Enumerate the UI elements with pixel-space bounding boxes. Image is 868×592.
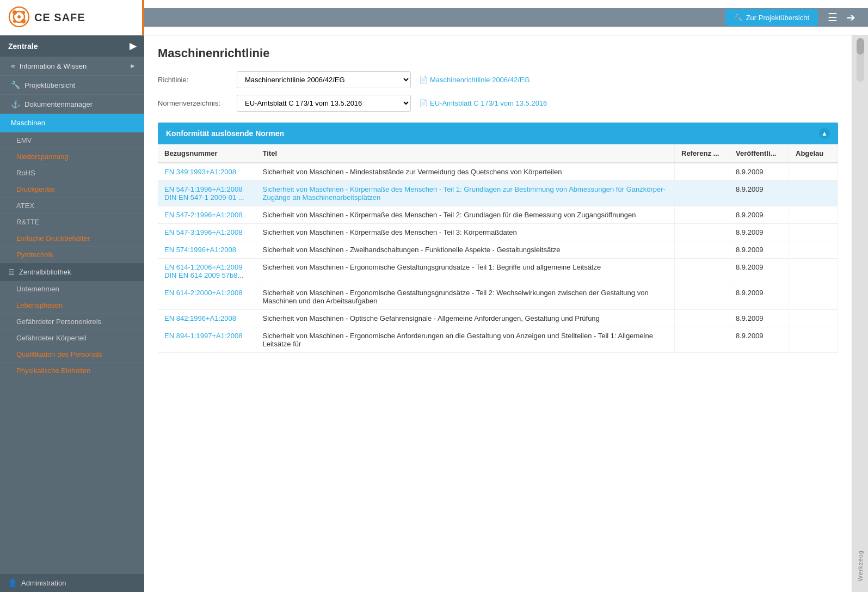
- table-row[interactable]: EN 842:1996+A1:2008Sicherheit von Maschi…: [158, 310, 838, 327]
- table-row[interactable]: EN 547-3:1996+A1:2008Sicherheit von Masc…: [158, 224, 838, 241]
- cell-abgelau: [789, 284, 838, 310]
- logo-text: CE SAFE: [34, 11, 85, 24]
- user-icon: 👤: [8, 579, 17, 587]
- sidebar-subitem-gefaehrdeter-personenkreis[interactable]: Gefährdeter Personenkreis: [0, 314, 144, 330]
- table-row[interactable]: EN 614-1:2006+A1:2009DIN EN 614 2009 57b…: [158, 259, 838, 284]
- table-row[interactable]: EN 894-1:1997+A1:2008Sicherheit von Masc…: [158, 327, 838, 353]
- cell-abgelau: [789, 181, 838, 206]
- sidebar-subitem-lebensphasen[interactable]: Lebensphasen: [0, 297, 144, 314]
- cell-veroff: 8.9.2009: [729, 224, 789, 241]
- bezug-link-2[interactable]: DIN EN 547-1 2009-01 ...: [164, 193, 249, 202]
- bezug-link-2[interactable]: DIN EN 614 2009 57b8...: [164, 271, 249, 279]
- sidebar-subitem-atex[interactable]: ATEX: [0, 198, 144, 214]
- sidebar-subitem-druckgeraete[interactable]: Druckgeräte: [0, 181, 144, 198]
- sidebar-subitem-emv[interactable]: EMV: [0, 132, 144, 149]
- table-row[interactable]: EN 614-2:2000+A1:2008Sicherheit von Masc…: [158, 284, 838, 310]
- scrollbar-track[interactable]: [857, 38, 864, 82]
- cell-veroff: 8.9.2009: [729, 310, 789, 327]
- logo-area: CE SAFE: [0, 0, 144, 35]
- sidebar-subitem-rohs[interactable]: RoHS: [0, 165, 144, 181]
- cell-abgelau: [789, 259, 838, 284]
- sidebar-subitem-pyrotechnik[interactable]: Pyrotechnik: [0, 247, 144, 263]
- richtlinie-link[interactable]: 📄 Maschinenrichtlinie 2006/42/EG: [419, 76, 530, 84]
- header-right: 🔧 Zur Projektübersicht ☰ ➔: [144, 8, 868, 27]
- wrench-icon: 🔧: [734, 14, 743, 22]
- sidebar-subitem-qualifikation[interactable]: Qualifikation des Personals: [0, 346, 144, 363]
- cell-veroff: 8.9.2009: [729, 163, 789, 181]
- sidebar-subitem-einfache-druckbehaelter[interactable]: Einfache Druckbehälter: [0, 230, 144, 247]
- document-icon: 📄: [419, 76, 428, 84]
- cell-bezug: EN 614-2:2000+A1:2008: [158, 284, 256, 310]
- cell-bezug: EN 842:1996+A1:2008: [158, 310, 256, 327]
- normenverzeichnis-link[interactable]: 📄 EU-Amtsblatt C 173/1 vom 13.5.2016: [419, 99, 547, 107]
- cell-abgelau: [789, 163, 838, 181]
- wrench-icon-sidebar: 🔧: [11, 81, 20, 89]
- sidebar-administration-header[interactable]: 👤 Administration: [0, 574, 144, 592]
- sidebar-item-information-wissen[interactable]: ≈ Information & Wissen ►: [0, 57, 144, 76]
- sidebar-item-projektuebersicht[interactable]: 🔧 Projektübersicht: [0, 76, 144, 95]
- cell-titel: Sicherheit von Maschinen - Ergonomische …: [256, 259, 675, 284]
- sidebar-subitem-physikalische-einheiten[interactable]: Physikalische Einheiten: [0, 363, 144, 379]
- col-header-titel: Titel: [256, 144, 675, 163]
- menu-button[interactable]: ☰: [823, 8, 842, 27]
- konformitaet-section-header: Konformität auslösende Normen ▲: [158, 123, 838, 144]
- cell-titel: Sicherheit von Maschinen - Körpermaße de…: [256, 181, 675, 206]
- sidebar: Zentrale ▶ ≈ Information & Wissen ► 🔧 Pr…: [0, 35, 144, 592]
- rss-icon: ≈: [11, 62, 15, 70]
- sidebar-zentralbibliothek-header[interactable]: ☰ Zentralbibliothek: [0, 263, 144, 281]
- cell-titel: Sicherheit von Maschinen - Ergonomische …: [256, 284, 675, 310]
- cell-abgelau: [789, 310, 838, 327]
- cell-veroff: 8.9.2009: [729, 327, 789, 353]
- cell-referenz: [675, 181, 729, 206]
- cell-referenz: [675, 284, 729, 310]
- svg-point-4: [13, 20, 16, 23]
- cell-referenz: [675, 327, 729, 353]
- logout-button[interactable]: ➔: [842, 8, 860, 27]
- cell-veroff: 8.9.2009: [729, 181, 789, 206]
- sidebar-subitem-gefaehrdeter-koerperteil[interactable]: Gefährdeter Körperteil: [0, 330, 144, 346]
- cell-abgelau: [789, 241, 838, 259]
- richtlinie-label: Richtlinie:: [158, 76, 229, 84]
- richtlinie-select[interactable]: Maschinenrichtlinie 2006/42/EG: [237, 71, 411, 88]
- right-panel: Werkzeug: [852, 35, 868, 592]
- cell-titel: Sicherheit von Maschinen - Körpermaße de…: [256, 224, 675, 241]
- page-title: Maschinenrichtlinie: [158, 46, 838, 60]
- cell-titel: Sicherheit von Maschinen - Körpermaße de…: [256, 206, 675, 224]
- cell-veroff: 8.9.2009: [729, 206, 789, 224]
- sidebar-item-maschinen[interactable]: Maschinen: [0, 114, 144, 132]
- col-header-referenz: Referenz ...: [675, 144, 729, 163]
- col-header-bezug: Bezugsnummer: [158, 144, 256, 163]
- cell-bezug: EN 574:1996+A1:2008: [158, 241, 256, 259]
- normenverzeichnis-select[interactable]: EU-Amtsblatt C 173/1 vom 13.5.2016: [237, 95, 411, 112]
- standards-table: Bezugsnummer Titel Referenz ... Veröffen…: [158, 144, 838, 353]
- content-area: Maschinenrichtlinie Richtlinie: Maschine…: [144, 35, 852, 592]
- sidebar-zentrale-header[interactable]: Zentrale ▶: [0, 35, 144, 57]
- sidebar-subitem-niederspannung[interactable]: Niederspannung: [0, 149, 144, 165]
- database-icon: ☰: [8, 268, 15, 276]
- cell-referenz: [675, 206, 729, 224]
- logo-icon: [8, 6, 30, 29]
- table-row[interactable]: EN 547-2:1996+A1:2008Sicherheit von Masc…: [158, 206, 838, 224]
- bezug-link-1[interactable]: EN 547-1:1996+A1:2008: [164, 185, 249, 193]
- table-header-row: Bezugsnummer Titel Referenz ... Veröffen…: [158, 144, 838, 163]
- richtlinie-row: Richtlinie: Maschinenrichtlinie 2006/42/…: [158, 71, 838, 88]
- exit-icon: ➔: [846, 11, 855, 23]
- scrollbar-thumb[interactable]: [857, 38, 864, 54]
- cell-referenz: [675, 259, 729, 284]
- cell-bezug: EN 349:1993+A1:2008: [158, 163, 256, 181]
- table-row[interactable]: EN 574:1996+A1:2008Sicherheit von Maschi…: [158, 241, 838, 259]
- folder-icon: ⚓: [11, 100, 20, 108]
- cell-titel: Sicherheit von Maschinen - Mindestabstän…: [256, 163, 675, 181]
- table-row[interactable]: EN 349:1993+A1:2008Sicherheit von Maschi…: [158, 163, 838, 181]
- document-icon-2: 📄: [419, 99, 428, 107]
- sidebar-subitem-rtte[interactable]: R&TTE: [0, 214, 144, 230]
- sidebar-item-dokumentenmanager[interactable]: ⚓ Dokumentenmanager: [0, 95, 144, 114]
- sidebar-subitem-unternehmen[interactable]: Unternehmen: [0, 281, 144, 297]
- project-overview-button[interactable]: 🔧 Zur Projektübersicht: [725, 9, 818, 26]
- up-icon: ▲: [819, 128, 830, 139]
- cell-bezug: EN 547-1:1996+A1:2008DIN EN 547-1 2009-0…: [158, 181, 256, 206]
- table-row[interactable]: EN 547-1:1996+A1:2008DIN EN 547-1 2009-0…: [158, 181, 838, 206]
- cell-bezug: EN 894-1:1997+A1:2008: [158, 327, 256, 353]
- svg-point-3: [22, 11, 25, 14]
- bezug-link-1[interactable]: EN 614-1:2006+A1:2009: [164, 263, 249, 271]
